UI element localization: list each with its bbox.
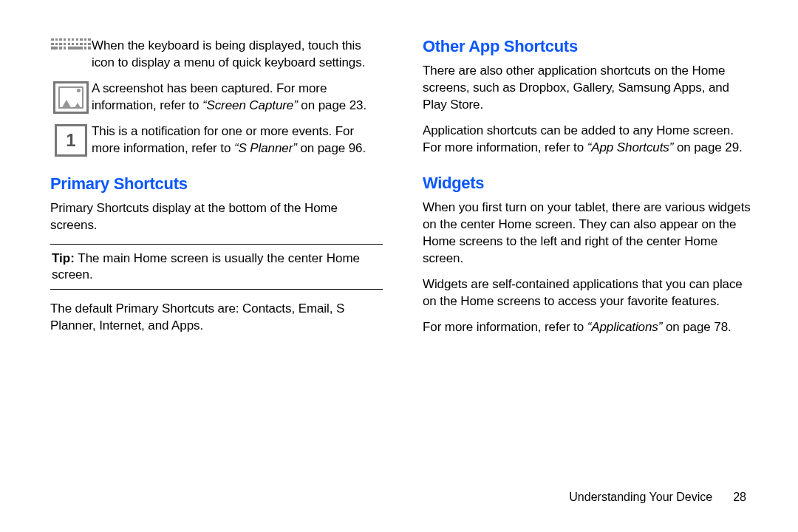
keyboard-icon <box>50 37 92 50</box>
event-icon: 1 <box>50 123 92 157</box>
paragraph: Widgets are self-contained applications … <box>423 276 755 310</box>
cross-reference: “App Shortcuts” <box>587 140 674 154</box>
cross-reference: “Screen Capture” <box>202 98 298 112</box>
icon-item-screenshot: A screenshot has been captured. For more… <box>50 80 383 114</box>
tip-label: Tip: <box>52 251 75 265</box>
paragraph: Application shortcuts can be added to an… <box>423 122 755 156</box>
page-footer: Understanding Your Device28 <box>569 491 746 504</box>
cross-reference: “Applications” <box>587 320 663 334</box>
tip-callout: Tip: The main Home screen is usually the… <box>50 244 383 290</box>
icon-item-keyboard: When the keyboard is being displayed, to… <box>50 37 383 71</box>
right-column: Other App Shortcuts There are also other… <box>423 37 755 344</box>
manual-page: When the keyboard is being displayed, to… <box>0 0 798 532</box>
icon-item-text: This is a notification for one or more e… <box>92 123 383 157</box>
paragraph: The default Primary Shortcuts are: Conta… <box>50 300 383 334</box>
paragraph: For more information, refer to “Applicat… <box>423 318 755 335</box>
tip-body: The main Home screen is usually the cent… <box>52 251 360 282</box>
paragraph: Primary Shortcuts display at the bottom … <box>50 200 383 233</box>
page-number: 28 <box>733 491 746 503</box>
heading-primary-shortcuts: Primary Shortcuts <box>50 174 383 194</box>
icon-item-text: A screenshot has been captured. For more… <box>92 80 383 114</box>
icon-item-event: 1 This is a notification for one or more… <box>50 123 383 157</box>
cross-reference: “S Planner” <box>234 141 297 155</box>
icon-item-text: When the keyboard is being displayed, to… <box>92 37 383 71</box>
paragraph: When you first turn on your tablet, ther… <box>423 199 755 267</box>
screenshot-icon <box>50 80 92 114</box>
heading-widgets: Widgets <box>423 174 755 193</box>
paragraph: There are also other application shortcu… <box>423 62 755 113</box>
left-column: When the keyboard is being displayed, to… <box>50 37 383 344</box>
footer-section-title: Understanding Your Device <box>569 491 712 503</box>
heading-other-app-shortcuts: Other App Shortcuts <box>423 37 755 56</box>
